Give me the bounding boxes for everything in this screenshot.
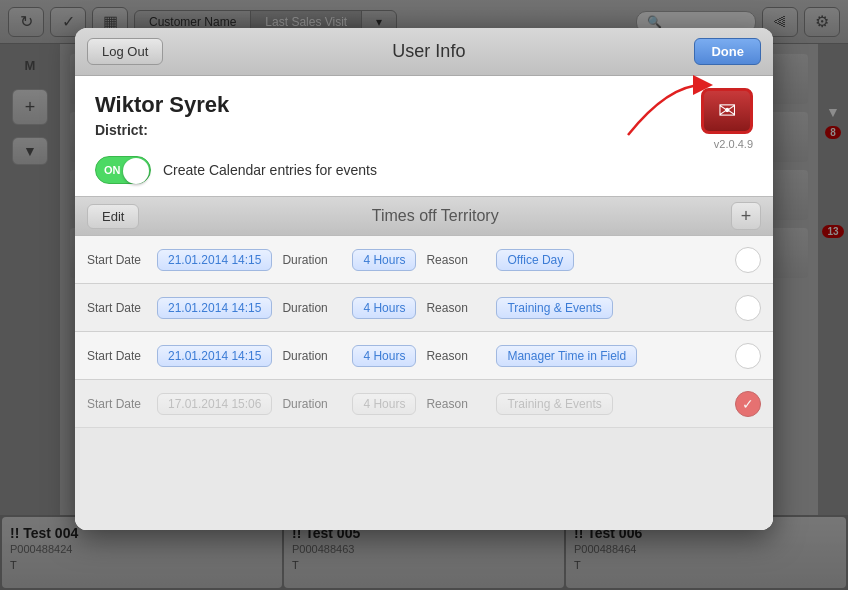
times-table: Start Date 21.01.2014 14:15 Duration 4 H…: [75, 236, 773, 530]
reason-label-1: Reason: [426, 253, 496, 267]
reason-value-4[interactable]: Training & Events: [496, 393, 612, 415]
user-info-modal: Log Out User Info Done Wiktor Syrek Dist…: [75, 28, 773, 530]
section-bar: Edit Times off Territory +: [75, 196, 773, 236]
duration-label-3: Duration: [282, 349, 352, 363]
start-date-label-4: Start Date: [87, 397, 157, 411]
row-4-checkbox[interactable]: ✓: [735, 391, 761, 417]
start-date-value-1[interactable]: 21.01.2014 14:15: [157, 249, 272, 271]
reason-label-4: Reason: [426, 397, 496, 411]
start-date-value-4[interactable]: 17.01.2014 15:06: [157, 393, 272, 415]
modal-title: User Info: [392, 41, 465, 62]
start-date-value-2[interactable]: 21.01.2014 14:15: [157, 297, 272, 319]
email-icon[interactable]: [701, 88, 753, 134]
modal-header: Log Out User Info Done: [75, 28, 773, 76]
duration-value-1[interactable]: 4 Hours: [352, 249, 416, 271]
add-button[interactable]: +: [731, 202, 761, 230]
table-row: Start Date 17.01.2014 15:06 Duration 4 H…: [75, 380, 773, 428]
table-row: Start Date 21.01.2014 14:15 Duration 4 H…: [75, 236, 773, 284]
user-info-section: Wiktor Syrek District: v2.0.4.9: [75, 76, 773, 148]
toggle-label: Create Calendar entries for events: [163, 162, 377, 178]
logout-button[interactable]: Log Out: [87, 38, 163, 65]
toggle-on-text: ON: [104, 164, 121, 176]
duration-label-2: Duration: [282, 301, 352, 315]
version-text: v2.0.4.9: [714, 138, 753, 150]
reason-value-3[interactable]: Manager Time in Field: [496, 345, 637, 367]
start-date-value-3[interactable]: 21.01.2014 14:15: [157, 345, 272, 367]
modal-body: Wiktor Syrek District: v2.0.4.9 ON Creat…: [75, 76, 773, 530]
table-row: Start Date 21.01.2014 14:15 Duration 4 H…: [75, 332, 773, 380]
reason-value-2[interactable]: Training & Events: [496, 297, 612, 319]
row-3-checkbox[interactable]: [735, 343, 761, 369]
row-1-checkbox[interactable]: [735, 247, 761, 273]
start-date-label-3: Start Date: [87, 349, 157, 363]
section-bar-title: Times off Territory: [372, 207, 499, 225]
duration-value-4[interactable]: 4 Hours: [352, 393, 416, 415]
district-label: District:: [95, 122, 753, 138]
row-2-checkbox[interactable]: [735, 295, 761, 321]
start-date-label-1: Start Date: [87, 253, 157, 267]
duration-value-2[interactable]: 4 Hours: [352, 297, 416, 319]
reason-label-3: Reason: [426, 349, 496, 363]
reason-label-2: Reason: [426, 301, 496, 315]
toggle-row: ON Create Calendar entries for events: [75, 148, 773, 196]
calendar-toggle[interactable]: ON: [95, 156, 151, 184]
table-row: Start Date 21.01.2014 14:15 Duration 4 H…: [75, 284, 773, 332]
start-date-label-2: Start Date: [87, 301, 157, 315]
reason-value-1[interactable]: Office Day: [496, 249, 574, 271]
duration-label-1: Duration: [282, 253, 352, 267]
toggle-knob: [123, 158, 149, 184]
duration-label-4: Duration: [282, 397, 352, 411]
edit-button[interactable]: Edit: [87, 204, 139, 229]
email-icon-container: v2.0.4.9: [701, 88, 753, 150]
user-name: Wiktor Syrek: [95, 92, 753, 118]
done-button[interactable]: Done: [694, 38, 761, 65]
duration-value-3[interactable]: 4 Hours: [352, 345, 416, 367]
